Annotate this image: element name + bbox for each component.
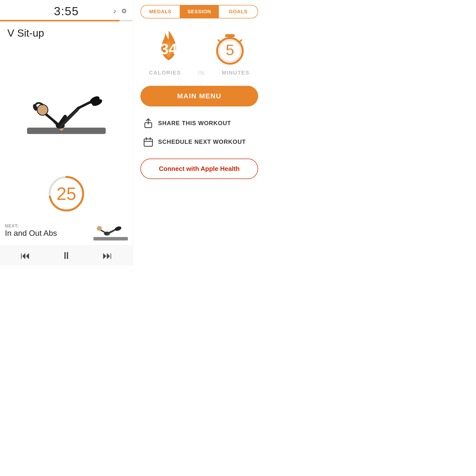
- minutes-value: 5: [226, 41, 234, 59]
- left-panel: 3:55 ♪ ⚙ V Sit-up: [0, 0, 133, 266]
- schedule-label: SCHEDULE NEXT WORKOUT: [158, 138, 246, 145]
- sliders-icon[interactable]: ⚙: [121, 7, 127, 15]
- calories-block: 34: [153, 28, 185, 65]
- share-action-row[interactable]: SHARE THIS WORKOUT: [140, 114, 258, 133]
- exercise-title: V Sit-up: [0, 21, 133, 42]
- svg-rect-15: [93, 237, 128, 240]
- tab-session[interactable]: SESSION: [180, 5, 219, 18]
- apple-health-button[interactable]: Connect with Apple Health: [140, 159, 258, 179]
- header-icons: ♪ ⚙: [113, 7, 127, 15]
- stats-row: 34 5: [140, 28, 258, 65]
- stopwatch-icon: 5: [214, 31, 246, 65]
- minutes-label: MINUTES: [222, 69, 250, 76]
- in-label: IN: [198, 69, 204, 76]
- calories-label: CALORIES: [149, 69, 181, 76]
- svg-line-25: [218, 40, 221, 43]
- header-bar: 3:55 ♪ ⚙: [0, 0, 133, 20]
- svg-rect-0: [27, 128, 106, 134]
- tab-goals[interactable]: GOALS: [219, 5, 258, 18]
- svg-point-18: [97, 226, 102, 231]
- exercise-image-area: [0, 42, 133, 172]
- exercise-illustration: [20, 78, 113, 135]
- next-area: NEXT: In and Out Abs: [0, 218, 133, 245]
- music-icon[interactable]: ♪: [113, 7, 116, 15]
- calories-value: 34: [160, 40, 177, 57]
- next-image-area: [93, 221, 128, 240]
- next-label: NEXT:: [5, 223, 57, 229]
- tab-medals[interactable]: MEDALS: [141, 5, 180, 18]
- next-exercise-svg: [93, 221, 128, 240]
- svg-point-2: [37, 104, 48, 115]
- svg-line-19: [107, 229, 116, 234]
- timer-area: 25: [0, 172, 133, 218]
- next-label-group: NEXT: In and Out Abs: [5, 223, 57, 238]
- right-panel: MEDALS SESSION GOALS 34: [133, 0, 266, 266]
- tab-bar: MEDALS SESSION GOALS: [140, 5, 258, 18]
- svg-rect-24: [225, 34, 235, 37]
- pause-button[interactable]: ⏸: [61, 250, 71, 261]
- schedule-action-row[interactable]: SCHEDULE NEXT WORKOUT: [140, 133, 258, 151]
- exercise-svg: [20, 78, 113, 135]
- forward-button[interactable]: ⏭: [102, 250, 112, 261]
- time-display: 3:55: [54, 4, 79, 18]
- main-menu-button[interactable]: MAIN MENU: [140, 86, 258, 106]
- share-label: SHARE THIS WORKOUT: [158, 120, 231, 127]
- next-exercise-name: In and Out Abs: [5, 229, 57, 238]
- svg-point-20: [114, 226, 122, 232]
- share-icon: [143, 118, 154, 129]
- calendar-icon: [143, 136, 154, 147]
- timer-circle: 25: [47, 174, 86, 213]
- minutes-block: 5: [214, 31, 246, 65]
- svg-rect-30: [144, 139, 153, 146]
- flame-icon: 34: [153, 28, 185, 65]
- stats-labels-row: CALORIES IN MINUTES: [140, 69, 258, 76]
- bottom-controls: ⏮ ⏸ ⏭: [0, 245, 133, 266]
- svg-line-26: [239, 40, 241, 43]
- timer-number: 25: [57, 184, 76, 204]
- back-button[interactable]: ⏮: [20, 250, 30, 261]
